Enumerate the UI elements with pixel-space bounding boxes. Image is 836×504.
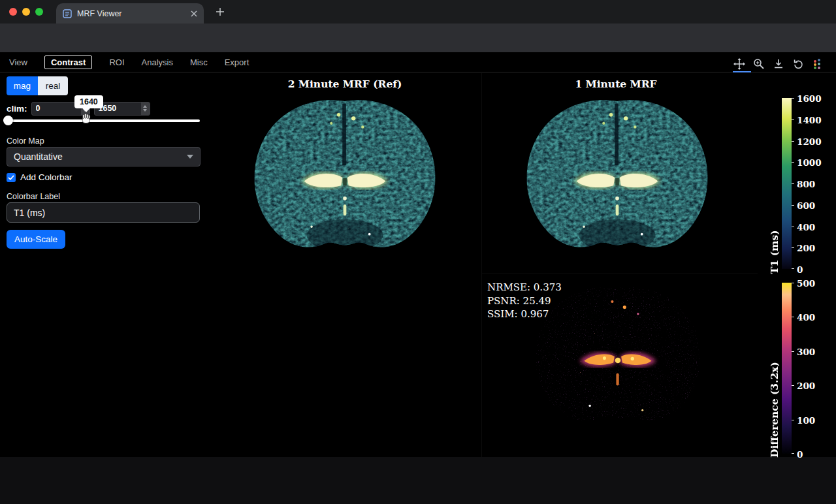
favicon [63, 9, 72, 18]
tick-mark [792, 227, 794, 227]
tab-misc[interactable]: Misc [190, 57, 208, 67]
compare-plot-title: 1 Minute MRF [511, 78, 720, 90]
tick-mark [792, 283, 794, 283]
colorbar-tick: 0 [797, 449, 826, 460]
colorbar-tick: 300 [797, 347, 826, 357]
browser-tab[interactable]: MRF Viewer [56, 3, 204, 24]
colorbar-tick: 1600 [797, 93, 826, 104]
spinner-icon[interactable] [141, 102, 150, 115]
tick-mark [792, 98, 794, 99]
ssim-value: SSIM: 0.967 [487, 307, 562, 321]
colorbar-label-title: Colorbar Label [7, 192, 60, 201]
colorbar-tick: 1400 [797, 115, 826, 125]
new-tab-button[interactable] [214, 6, 226, 18]
close-tab-icon[interactable] [191, 10, 197, 17]
mag-button[interactable]: mag [7, 76, 38, 95]
clim-slider-handle[interactable] [3, 116, 13, 125]
ref-brain-image[interactable] [238, 90, 452, 262]
tick-mark [792, 317, 794, 317]
tick-mark [792, 385, 794, 386]
difference-colorbar-label: Difference (3.2x) [768, 354, 780, 458]
clim-label: clim: [7, 104, 27, 114]
page-footer-area [0, 457, 836, 504]
tab-analysis[interactable]: Analysis [142, 57, 173, 67]
browser-tabstrip: MRF Viewer [0, 0, 836, 24]
add-colorbar-row: Add Colorbar [7, 172, 72, 182]
mag-real-toggle: mag real [7, 76, 68, 95]
chevron-down-icon [187, 155, 193, 159]
colorbar-tick: 200 [797, 381, 826, 391]
tick-mark [792, 141, 794, 142]
browser-tab-title: MRF Viewer [77, 9, 185, 18]
colorbar-tick: 400 [797, 312, 826, 323]
reset-view-icon[interactable] [792, 57, 805, 71]
tab-view[interactable]: View [9, 57, 27, 67]
tick-mark [792, 119, 794, 120]
real-button[interactable]: real [38, 76, 68, 95]
colorbar-tick: 400 [797, 222, 826, 232]
tick-mark [792, 268, 794, 269]
screen: MRF Viewer localhost:53250 [0, 0, 836, 504]
clim-slider-track[interactable] [5, 119, 200, 122]
t1-colorbar [782, 98, 792, 269]
t1-colorbar-label: T1 (ms) [768, 228, 780, 274]
app-tab-bar: View Contrast ROI Analysis Misc Export [0, 52, 836, 72]
zoom-window-button[interactable] [35, 8, 43, 16]
colormap-value: Quantitative [14, 151, 63, 162]
tick-mark [792, 162, 794, 163]
plot-modebar [733, 57, 824, 71]
compare-brain-image[interactable] [512, 90, 722, 262]
tab-roi[interactable]: ROI [109, 57, 124, 67]
colorbar-tick: 800 [797, 179, 826, 189]
add-colorbar-label[interactable]: Add Colorbar [20, 172, 72, 182]
colormap-label: Color Map [7, 136, 44, 146]
psnr-value: PSNR: 25.49 [487, 294, 562, 308]
colormap-select[interactable]: Quantitative [7, 147, 201, 166]
colorbar-tick: 100 [797, 415, 826, 426]
minimize-window-button[interactable] [22, 8, 30, 16]
tick-mark [792, 351, 794, 352]
tick-mark [792, 453, 794, 454]
nrmse-value: NRMSE: 0.373 [487, 281, 562, 294]
colorbar-tick: 0 [797, 264, 826, 275]
auto-scale-button[interactable]: Auto-Scale [7, 230, 65, 249]
plot-divider-vertical [481, 73, 482, 457]
colorbar-label-input[interactable] [7, 202, 200, 223]
tick-mark [792, 205, 794, 206]
tab-export[interactable]: Export [225, 57, 249, 67]
tab-contrast[interactable]: Contrast [44, 55, 92, 69]
modebar-active-indicator [733, 71, 751, 72]
slider-tooltip: 1640 [74, 95, 103, 108]
colorbar-tick: 600 [797, 200, 826, 211]
ref-plot-title: 2 Minute MRF (Ref) [240, 78, 449, 90]
tick-mark [792, 183, 794, 184]
plot-divider-horizontal [481, 274, 758, 274]
zoom-icon[interactable] [752, 57, 765, 71]
tick-mark [792, 420, 794, 420]
colorbar-tick: 500 [797, 278, 826, 289]
browser-toolbar: localhost:53250 [0, 24, 836, 52]
tick-mark [792, 247, 794, 248]
close-window-button[interactable] [9, 8, 17, 16]
metrics-block: NRMSE: 0.373 PSNR: 25.49 SSIM: 0.967 [487, 281, 562, 321]
plotly-logo[interactable] [811, 57, 824, 71]
add-colorbar-checkbox[interactable] [7, 173, 16, 182]
difference-colorbar [782, 283, 792, 454]
colorbar-tick: 1200 [797, 136, 826, 147]
colorbar-tick: 1000 [797, 157, 826, 168]
pan-icon[interactable] [733, 57, 746, 71]
colorbar-tick: 200 [797, 243, 826, 253]
grab-cursor-icon [81, 112, 91, 125]
download-icon[interactable] [772, 57, 785, 71]
